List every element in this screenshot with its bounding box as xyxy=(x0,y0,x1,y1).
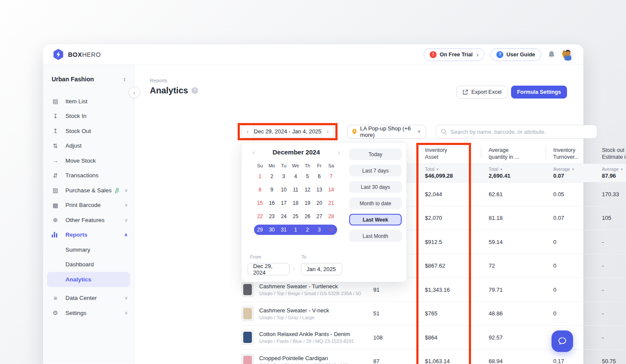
sidebar-item-settings[interactable]: ⚙Settings∨ xyxy=(43,305,134,321)
help-icon[interactable]: ? xyxy=(192,87,198,94)
user-guide-button[interactable]: ? User Guide xyxy=(490,48,541,61)
calendar-day[interactable]: 4 xyxy=(325,227,337,233)
summary-aggregation-label[interactable]: Average▾ xyxy=(602,167,626,172)
gear-icon: ⚙ xyxy=(52,309,59,316)
quick-range-last-30-days[interactable]: Last 30 days xyxy=(349,181,402,193)
calendar-day[interactable]: 9 xyxy=(266,187,278,193)
calendar-day[interactable]: 5 xyxy=(301,173,313,179)
weekday-label: Su xyxy=(254,163,266,168)
sidebar-item-data-center[interactable]: ≡Data Center∨ xyxy=(43,291,134,306)
header-line: Inventory xyxy=(553,147,590,154)
calendar-day[interactable]: 29 xyxy=(254,227,266,233)
table-row[interactable]: Cashmere Sweater - V-neckUniqlo / Top / … xyxy=(241,302,626,326)
item-name-cell: Cashmere Sweater - V-neckUniqlo / Top / … xyxy=(241,306,370,321)
boxhero-logo[interactable]: BOXHERO xyxy=(53,49,101,60)
sidebar-item-other-features[interactable]: ⊕Other Features∨ xyxy=(43,213,134,228)
calendar-day[interactable]: 7 xyxy=(325,173,337,179)
calendar-day[interactable]: 3 xyxy=(278,173,290,179)
calendar-day[interactable]: 26 xyxy=(301,213,313,219)
calendar-next-month-button[interactable]: › xyxy=(334,149,344,156)
sidebar-item-summary[interactable]: Summary xyxy=(43,242,134,257)
weekday-label: Fr xyxy=(313,163,325,168)
sidebar-item-dashboard[interactable]: Dashboard xyxy=(43,257,134,272)
table-row[interactable]: Cropped Pointelle CardiganGAP / Top / Pi… xyxy=(241,350,626,364)
sidebar-item-stock-out[interactable]: ↥Stock Out xyxy=(43,123,134,139)
quick-range-month-to-date[interactable]: Month to date xyxy=(349,197,402,209)
calendar-day[interactable]: 23 xyxy=(266,213,278,219)
calendar-day[interactable]: 8 xyxy=(254,187,266,193)
location-filter-dropdown[interactable]: LA Pop-up Shop (+6 more) ▼ xyxy=(347,125,426,139)
sidebar-item-label: Stock In xyxy=(65,113,87,119)
notification-bell-icon[interactable] xyxy=(547,50,556,59)
item-name-cell: Cropped Pointelle CardiganGAP / Top / Pi… xyxy=(241,354,370,364)
calendar-day[interactable]: 11 xyxy=(290,187,302,193)
quick-range-today[interactable]: Today xyxy=(349,148,402,160)
calendar-day[interactable]: 22 xyxy=(254,213,266,219)
calendar-day[interactable]: 6 xyxy=(313,173,325,179)
average-quantity-cell: 92.57 xyxy=(481,334,545,341)
workspace-switcher[interactable]: Urban Fashion ▴▾ xyxy=(43,75,134,83)
calendar-prev-month-button[interactable]: ‹ xyxy=(248,149,259,156)
quick-range-last-week[interactable]: Last Week xyxy=(349,214,402,225)
summary-aggregation-label[interactable]: Average▾ xyxy=(553,167,590,172)
formula-settings-button[interactable]: Formula Settings xyxy=(511,86,567,99)
calendar-day[interactable]: 10 xyxy=(278,187,290,193)
calendar-day[interactable]: 1 xyxy=(290,227,302,233)
calendar-day[interactable]: 21 xyxy=(325,200,337,206)
sidebar-item-analytics[interactable]: Analytics xyxy=(47,272,130,287)
calendar-day[interactable]: 13 xyxy=(313,187,325,193)
column-header-inventory-turnover[interactable]: InventoryTurnover... xyxy=(545,143,594,163)
user-avatar[interactable] xyxy=(562,49,574,61)
calendar-day[interactable]: 3 xyxy=(313,227,325,233)
free-trial-button[interactable]: ! On Free Trial › xyxy=(424,48,484,61)
search-input[interactable] xyxy=(450,129,592,135)
calendar-day[interactable]: 27 xyxy=(313,213,325,219)
to-date-input[interactable]: Jan 4, 2025 xyxy=(301,263,342,275)
calendar-day[interactable]: 1 xyxy=(254,173,266,179)
export-excel-button[interactable]: Export Excel xyxy=(456,86,508,99)
stockout-estimate-cell: - xyxy=(594,334,626,341)
calendar-day[interactable]: 30 xyxy=(266,227,278,233)
quick-range-last-month[interactable]: Last Month xyxy=(349,230,402,242)
sidebar-item-purchase-sales[interactable]: ▥Purchase & Salesβ∨ xyxy=(43,183,134,198)
date-range-value[interactable]: Dec 29, 2024 - Jan 4, 2025 xyxy=(254,125,322,138)
calendar-day[interactable]: 4 xyxy=(290,173,302,179)
date-picker-popup: ‹ December 2024 › SuMoTuWeThFrSa 1234567… xyxy=(241,142,407,282)
sidebar-item-stock-in[interactable]: ↧Stock In xyxy=(43,109,134,124)
sidebar-item-label: Summary xyxy=(65,247,90,253)
aggregation-name: Total xyxy=(489,167,498,172)
calendar-day[interactable]: 15 xyxy=(254,200,266,206)
summary-aggregation-label[interactable]: Total▾ xyxy=(489,167,541,172)
sidebar-item-move-stock[interactable]: →Move Stock xyxy=(43,153,134,168)
calendar-day[interactable]: 25 xyxy=(290,213,302,219)
column-header-inventory-asset[interactable]: InventoryAsset xyxy=(417,143,481,163)
calendar-day[interactable]: 18 xyxy=(290,200,302,206)
calendar-day[interactable]: 14 xyxy=(325,187,337,193)
sidebar-item-item-list[interactable]: ▤Item List xyxy=(43,94,134,109)
calendar-day[interactable]: 24 xyxy=(278,213,290,219)
quick-range-last-7-days[interactable]: Last 7 days xyxy=(349,165,402,176)
sidebar-item-transactions[interactable]: ⇵Transactions xyxy=(43,168,134,183)
chat-support-button[interactable] xyxy=(552,330,573,352)
calendar-day[interactable]: 16 xyxy=(266,200,278,206)
column-header-stock-out-estimate-in[interactable]: Stock outEstimate in... xyxy=(594,143,626,163)
column-header-average-quantity-in[interactable]: Averagequantity in ... xyxy=(481,143,545,163)
calendar-day[interactable]: 28 xyxy=(325,213,337,219)
sidebar-item-print-barcode[interactable]: ▦Print Barcode∨ xyxy=(43,198,134,213)
calendar-day[interactable]: 19 xyxy=(301,200,313,206)
sidebar-collapse-button[interactable]: ‹ xyxy=(129,87,140,98)
date-next-button[interactable]: › xyxy=(322,125,334,138)
item-name: Cashmere Sweater - V-neck xyxy=(259,307,329,314)
date-prev-button[interactable]: ‹ xyxy=(242,125,254,138)
from-date-input[interactable]: Dec 29, 2024 xyxy=(248,263,290,275)
calendar-day[interactable]: 2 xyxy=(301,227,313,233)
calendar-day[interactable]: 2 xyxy=(266,173,278,179)
calendar-day[interactable]: 31 xyxy=(278,227,290,233)
calendar-day[interactable]: 20 xyxy=(313,200,325,206)
search-bar xyxy=(436,125,597,139)
summary-aggregation-label[interactable]: Total▾ xyxy=(425,167,477,172)
sidebar-item-reports[interactable]: Reports∧ xyxy=(43,228,134,243)
calendar-day[interactable]: 12 xyxy=(301,187,313,193)
sidebar-item-adjust[interactable]: ⇅Adjust xyxy=(43,139,134,154)
calendar-day[interactable]: 17 xyxy=(278,200,290,206)
